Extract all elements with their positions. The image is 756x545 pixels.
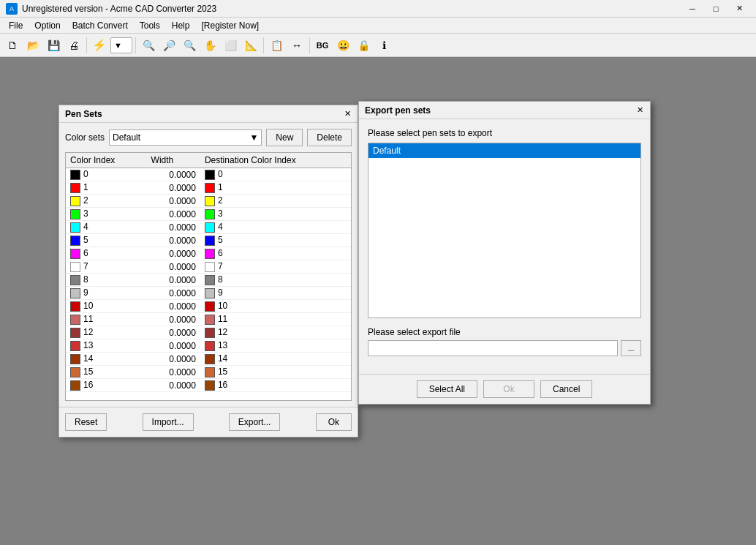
- export-cancel-button[interactable]: Cancel: [540, 380, 592, 398]
- pen-row-width: 0.0000: [147, 287, 200, 300]
- pen-table-row[interactable]: 160.000016: [66, 379, 351, 392]
- pen-table-row[interactable]: 80.00008: [66, 274, 351, 287]
- toolbar-convert-button[interactable]: ⚡: [90, 36, 109, 55]
- toolbar-dropdown[interactable]: ▼: [110, 37, 132, 53]
- toolbar-save-button[interactable]: 💾: [44, 36, 63, 55]
- pen-row-dest-color: 1: [200, 181, 351, 195]
- pen-row-color-index: 7: [66, 260, 147, 274]
- pen-row-width: 0.0000: [147, 234, 200, 247]
- new-button[interactable]: New: [266, 129, 303, 146]
- menu-option[interactable]: Option: [29, 18, 66, 33]
- menu-file[interactable]: File: [3, 18, 29, 33]
- pen-row-dest-color: 9: [200, 287, 351, 300]
- close-button[interactable]: ✕: [728, 1, 750, 16]
- toolbar-bg-btn[interactable]: BG: [313, 36, 332, 55]
- pen-table-row[interactable]: 10.00001: [66, 181, 351, 195]
- pen-row-width: 0.0000: [147, 379, 200, 392]
- pen-row-color-index: 1: [66, 181, 147, 195]
- delete-button[interactable]: Delete: [307, 129, 352, 146]
- import-button[interactable]: Import...: [143, 413, 194, 431]
- pen-table-row[interactable]: 90.00009: [66, 287, 351, 300]
- pen-row-color-index: 3: [66, 208, 147, 221]
- toolbar-zoom-in-btn[interactable]: 🔎: [159, 36, 178, 55]
- pen-row-dest-color: 13: [200, 339, 351, 353]
- export-title-bar: Export pen sets ✕: [359, 102, 650, 119]
- pen-row-dest-color: 11: [200, 313, 351, 326]
- export-close-button[interactable]: ✕: [632, 103, 647, 116]
- color-sets-chevron: ▼: [249, 132, 258, 143]
- export-list-item-default[interactable]: Default: [368, 143, 640, 158]
- menu-help[interactable]: Help: [166, 18, 196, 33]
- pen-row-width: 0.0000: [147, 274, 200, 287]
- toolbar-actual-btn[interactable]: 📐: [241, 36, 260, 55]
- pen-sets-title-bar: Pen Sets ✕: [59, 105, 358, 123]
- dest-color-swatch: [205, 262, 215, 272]
- color-swatch: [70, 315, 80, 325]
- pen-table-row[interactable]: 70.00007: [66, 260, 351, 274]
- pen-sets-title: Pen Sets: [65, 109, 102, 119]
- color-swatch: [70, 341, 80, 351]
- toolbar-select-btn[interactable]: 📋: [267, 36, 286, 55]
- pen-sets-close-button[interactable]: ✕: [340, 107, 355, 120]
- reset-button[interactable]: Reset: [65, 413, 107, 431]
- pen-table-container[interactable]: Color Index Width Destination Color Inde…: [65, 152, 352, 401]
- pen-table-row[interactable]: 60.00006: [66, 247, 351, 260]
- toolbar-sep-2: [135, 37, 136, 53]
- dest-color-swatch: [205, 301, 215, 312]
- toolbar-new-button[interactable]: 🗋: [3, 36, 22, 55]
- toolbar-sep-1: [86, 37, 87, 53]
- menu-tools[interactable]: Tools: [134, 18, 166, 33]
- color-sets-dropdown[interactable]: Default ▼: [109, 129, 262, 146]
- toolbar-zoom-btn[interactable]: 🔍: [139, 36, 158, 55]
- pen-table-row[interactable]: 120.000012: [66, 326, 351, 339]
- toolbar-open-button[interactable]: 📂: [23, 36, 42, 55]
- export-ok-button[interactable]: Ok: [483, 380, 534, 398]
- pen-table-row[interactable]: 110.000011: [66, 313, 351, 326]
- col-color-index: Color Index: [66, 153, 147, 168]
- maximize-button[interactable]: □: [705, 1, 727, 16]
- toolbar-zoom-out-btn[interactable]: 🔍: [180, 36, 199, 55]
- app-icon: A: [6, 3, 18, 15]
- export-button[interactable]: Export...: [229, 413, 281, 431]
- pen-row-color-index: 16: [66, 379, 147, 392]
- pen-table-row[interactable]: 40.00004: [66, 221, 351, 234]
- minimize-button[interactable]: ─: [681, 1, 703, 16]
- toolbar-sep-4: [309, 37, 310, 53]
- pen-table-row[interactable]: 50.00005: [66, 234, 351, 247]
- color-swatch: [70, 275, 80, 285]
- dest-color-swatch: [205, 209, 215, 219]
- dest-color-swatch: [205, 222, 215, 233]
- dest-color-swatch: [205, 341, 215, 351]
- pen-table-row[interactable]: 150.000015: [66, 366, 351, 379]
- pen-sets-footer: Reset Import... Export... Ok: [59, 407, 358, 437]
- pen-row-dest-color: 4: [200, 221, 351, 234]
- export-file-input[interactable]: [368, 340, 618, 356]
- toolbar-emoji1-btn[interactable]: 😀: [333, 36, 352, 55]
- toolbar-move-btn[interactable]: ↔: [287, 36, 306, 55]
- menu-register[interactable]: [Register Now]: [195, 18, 265, 33]
- browse-button[interactable]: ...: [621, 340, 641, 356]
- color-sets-value: Default: [113, 132, 140, 143]
- pen-table-row[interactable]: 130.000013: [66, 339, 351, 353]
- pen-table-row[interactable]: 30.00003: [66, 208, 351, 221]
- pen-table-row[interactable]: 00.00000: [66, 168, 351, 181]
- export-file-label: Please select export file: [368, 327, 641, 337]
- menu-batch-convert[interactable]: Batch Convert: [67, 18, 134, 33]
- pen-table-row[interactable]: 140.000014: [66, 353, 351, 366]
- toolbar-print-button[interactable]: 🖨: [64, 36, 83, 55]
- dest-color-swatch: [205, 183, 215, 193]
- select-all-button[interactable]: Select All: [417, 380, 477, 398]
- color-swatch: [70, 380, 80, 391]
- col-width: Width: [147, 153, 200, 168]
- toolbar-info-btn[interactable]: ℹ: [374, 36, 393, 55]
- dest-color-swatch: [205, 236, 215, 246]
- toolbar-pan-btn[interactable]: ✋: [200, 36, 219, 55]
- toolbar-emoji2-btn[interactable]: 🔒: [354, 36, 373, 55]
- pen-table-row[interactable]: 100.000010: [66, 300, 351, 313]
- export-list[interactable]: Default: [368, 143, 641, 318]
- export-pen-sets-dialog: Export pen sets ✕ Please select pen sets…: [358, 101, 651, 405]
- toolbar-sep-3: [263, 37, 264, 53]
- pen-table-row[interactable]: 20.00002: [66, 195, 351, 208]
- pen-sets-ok-button[interactable]: Ok: [316, 413, 352, 431]
- toolbar-fit-btn[interactable]: ⬜: [221, 36, 240, 55]
